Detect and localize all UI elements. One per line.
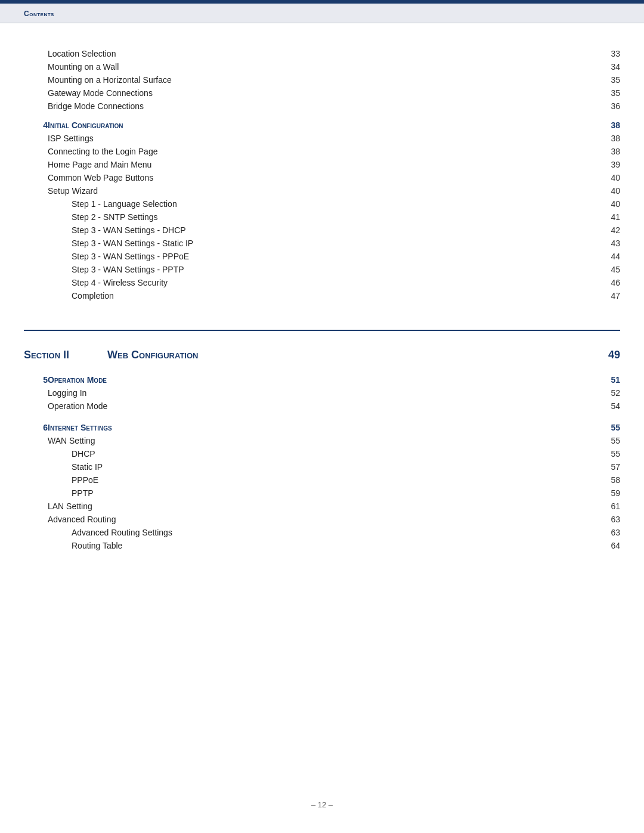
toc-page: 54 — [584, 400, 620, 413]
toc-num — [24, 434, 48, 447]
toc-title: DHCP — [48, 447, 584, 460]
toc-page: 63 — [584, 526, 620, 539]
toc-title: Connecting to the Login Page — [48, 145, 584, 158]
toc-page: 45 — [584, 263, 620, 276]
section-ii-header: Section II Web Configuration 49 — [24, 343, 620, 373]
header-label: Contents — [24, 10, 54, 18]
toc-page: 44 — [584, 250, 620, 263]
toc-page: 40 — [584, 184, 620, 197]
chapter-page: 55 — [584, 421, 620, 434]
toc-num — [24, 184, 48, 197]
toc-row: Connecting to the Login Page 38 — [24, 145, 620, 158]
toc-page: 38 — [584, 145, 620, 158]
chapter-row: 4 Initial Configuration 38 — [24, 119, 620, 132]
chapter-page: 38 — [584, 119, 620, 132]
toc-row: Advanced Routing 63 — [24, 513, 620, 526]
toc-num — [24, 400, 48, 413]
toc-row: WAN Setting 55 — [24, 434, 620, 447]
toc-num — [24, 145, 48, 158]
toc-num — [24, 289, 48, 302]
toc-num — [24, 473, 48, 487]
toc-page: 34 — [584, 60, 620, 73]
chapter-title: Operation Mode — [48, 373, 584, 386]
toc-page: 64 — [584, 539, 620, 552]
chapter-num: 5 — [24, 373, 48, 386]
toc-row: Step 3 - WAN Settings - PPPoE 44 — [24, 250, 620, 263]
toc-num — [24, 460, 48, 473]
toc-row: ISP Settings 38 — [24, 132, 620, 145]
toc-num — [24, 60, 48, 73]
toc-num — [24, 47, 48, 60]
toc-title: Step 3 - WAN Settings - Static IP — [48, 237, 584, 250]
toc-title: Step 3 - WAN Settings - PPPoE — [48, 250, 584, 263]
toc-title: Operation Mode — [48, 400, 584, 413]
toc-num — [24, 73, 48, 86]
toc-page: 47 — [584, 289, 620, 302]
toc-page: 52 — [584, 386, 620, 400]
toc-title: Location Selection — [48, 47, 584, 60]
toc-title: WAN Setting — [48, 434, 584, 447]
toc-num — [24, 513, 48, 526]
toc-row: Step 3 - WAN Settings - DHCP 42 — [24, 224, 620, 237]
toc-title: Step 3 - WAN Settings - DHCP — [48, 224, 584, 237]
chapter-row: 6 Internet Settings 55 — [24, 421, 620, 434]
toc-num — [24, 237, 48, 250]
toc-title: PPTP — [48, 487, 584, 500]
toc-page: 35 — [584, 73, 620, 86]
header-bar: Contents — [0, 4, 644, 23]
toc-title: Routing Table — [48, 539, 584, 552]
toc-title: Step 2 - SNTP Settings — [48, 210, 584, 224]
toc-row: PPTP 59 — [24, 487, 620, 500]
toc-page: 59 — [584, 487, 620, 500]
toc-title: Mounting on a Wall — [48, 60, 584, 73]
toc-page: 58 — [584, 473, 620, 487]
page-footer: – 12 – — [0, 788, 644, 821]
toc-page: 61 — [584, 500, 620, 513]
toc-num — [24, 86, 48, 100]
toc-num — [24, 539, 48, 552]
toc-page: 46 — [584, 276, 620, 289]
toc-title: Setup Wizard — [48, 184, 584, 197]
toc-num — [24, 447, 48, 460]
toc-row: Completion 47 — [24, 289, 620, 302]
toc-row: Advanced Routing Settings 63 — [24, 526, 620, 539]
toc-num — [24, 276, 48, 289]
toc-title: Bridge Mode Connections — [48, 100, 584, 113]
lower-chapters: 5 Operation Mode 51 Logging In 52 Operat… — [24, 373, 620, 561]
toc-num — [24, 132, 48, 145]
chapter-title: Initial Configuration — [48, 119, 584, 132]
toc-upper-table: Location Selection 33 Mounting on a Wall… — [24, 35, 620, 119]
toc-page: 55 — [584, 447, 620, 460]
chapter-page: 51 — [584, 373, 620, 386]
toc-row: Static IP 57 — [24, 460, 620, 473]
toc-num — [24, 210, 48, 224]
toc-num — [24, 263, 48, 276]
toc-title: Step 1 - Language Selection — [48, 197, 584, 210]
toc-page: 35 — [584, 86, 620, 100]
toc-num — [24, 386, 48, 400]
toc-page: 40 — [584, 197, 620, 210]
toc-row: Mounting on a Wall 34 — [24, 60, 620, 73]
toc-page: 57 — [584, 460, 620, 473]
toc-row: Routing Table 64 — [24, 539, 620, 552]
toc-page: 41 — [584, 210, 620, 224]
toc-page: 33 — [584, 47, 620, 60]
toc-title: Step 4 - Wireless Security — [48, 276, 584, 289]
footer-page-text: – 12 – — [311, 800, 333, 809]
toc-row: Logging In 52 — [24, 386, 620, 400]
chapter6-table: 6 Internet Settings 55 WAN Setting 55 DH… — [24, 421, 620, 561]
toc-page: 36 — [584, 100, 620, 113]
toc-row: Step 1 - Language Selection 40 — [24, 197, 620, 210]
chapter4-table: 4 Initial Configuration 38 ISP Settings … — [24, 119, 620, 312]
chapter-row: 5 Operation Mode 51 — [24, 373, 620, 386]
toc-title: Gateway Mode Connections — [48, 86, 584, 100]
toc-num — [24, 100, 48, 113]
toc-num — [24, 250, 48, 263]
toc-num — [24, 526, 48, 539]
section-divider — [24, 330, 620, 331]
toc-row: Step 4 - Wireless Security 46 — [24, 276, 620, 289]
toc-row: Home Page and Main Menu 39 — [24, 158, 620, 171]
toc-num — [24, 171, 48, 184]
toc-row: Bridge Mode Connections 36 — [24, 100, 620, 113]
toc-title: Step 3 - WAN Settings - PPTP — [48, 263, 584, 276]
